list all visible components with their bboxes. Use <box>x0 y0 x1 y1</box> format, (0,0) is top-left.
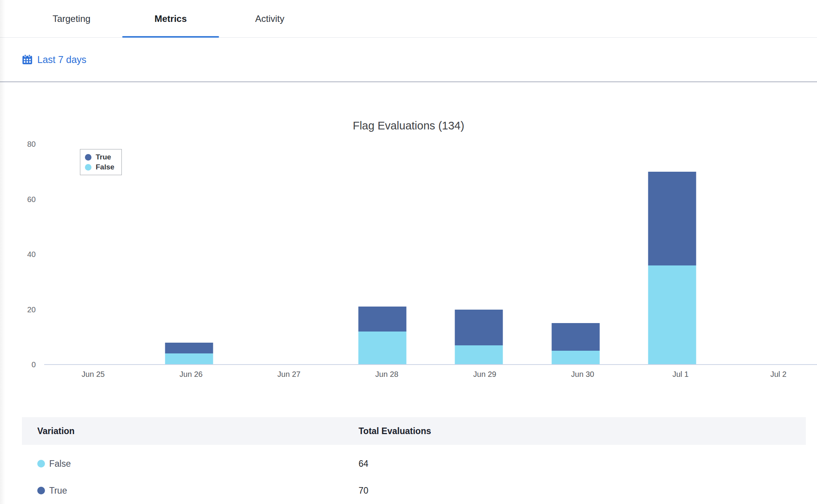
y-tick-label: 60 <box>27 195 36 204</box>
filter-bar: Last 7 days <box>0 38 817 82</box>
bar-segment-false[interactable] <box>358 332 406 365</box>
bar-column-jun-27 <box>237 144 334 365</box>
true-variation-swatch <box>37 487 45 494</box>
chart-title: Flag Evaluations (134) <box>0 119 817 133</box>
x-tick-label: Jul 2 <box>729 369 817 379</box>
legend-entry-true: True <box>85 152 115 162</box>
total-evaluations-value: 64 <box>359 459 806 469</box>
legend-true-label: True <box>96 152 111 162</box>
y-tick-label: 20 <box>27 305 36 314</box>
y-tick-label: 40 <box>27 250 36 259</box>
bar-column-jun-29 <box>431 144 527 365</box>
date-range-button[interactable]: Last 7 days <box>22 54 86 65</box>
tab-metrics[interactable]: Metrics <box>122 0 219 37</box>
bar-segment-true[interactable] <box>551 323 599 351</box>
stacked-bar[interactable] <box>648 172 696 365</box>
legend-entry-false: False <box>85 162 115 172</box>
x-tick-label: Jul 1 <box>632 369 730 379</box>
stacked-bar[interactable] <box>165 343 213 365</box>
plot-area: True False <box>44 144 817 365</box>
tab-activity[interactable]: Activity <box>221 0 318 37</box>
x-tick-label: Jun 28 <box>338 369 436 379</box>
false-series-swatch <box>85 164 91 171</box>
flag-detail-page: Targeting Metrics Activity <box>0 0 817 504</box>
bar-segment-false[interactable] <box>165 353 213 365</box>
bar-segment-false[interactable] <box>551 351 599 365</box>
date-range-label: Last 7 days <box>37 54 86 65</box>
total-evaluations-value: 70 <box>359 486 806 496</box>
bar-column-jun-28 <box>334 144 430 365</box>
bar-column-jun-30 <box>527 144 624 365</box>
table-row: False 64 <box>22 450 806 477</box>
bar-column-jun-25 <box>44 144 141 365</box>
y-axis: 020406080 <box>0 144 44 365</box>
tab-bar: Targeting Metrics Activity <box>0 0 817 38</box>
column-header-variation: Variation <box>22 426 359 436</box>
x-tick-label: Jun 25 <box>44 369 142 379</box>
calendar-icon <box>22 54 33 65</box>
tab-metrics-label: Metrics <box>154 13 187 24</box>
column-header-total-evaluations: Total Evaluations <box>359 426 806 436</box>
bar-column-jul-1 <box>624 144 720 365</box>
x-tick-label: Jun 30 <box>534 369 632 379</box>
x-axis-line <box>44 364 817 365</box>
table-row: True 70 <box>22 477 806 504</box>
bar-column-jul-2 <box>721 144 817 365</box>
variation-label: False <box>49 459 71 469</box>
tab-targeting-label: Targeting <box>53 13 91 24</box>
bar-segment-false[interactable] <box>455 345 503 365</box>
bar-segment-false[interactable] <box>648 265 696 365</box>
metrics-chart-section: Flag Evaluations (134) 020406080 True Fa… <box>0 82 817 379</box>
bars-area <box>44 144 817 365</box>
x-axis-labels: Jun 25Jun 26Jun 27Jun 28Jun 29Jun 30Jul … <box>44 369 817 379</box>
stacked-bar[interactable] <box>455 310 503 365</box>
tab-activity-label: Activity <box>255 13 284 24</box>
table-header-row: Variation Total Evaluations <box>22 417 806 445</box>
stacked-bar[interactable] <box>551 323 599 365</box>
variation-label: True <box>49 486 67 496</box>
chart-legend: True False <box>80 149 122 175</box>
true-series-swatch <box>85 154 91 161</box>
false-variation-swatch <box>37 460 45 468</box>
bar-segment-true[interactable] <box>648 172 696 265</box>
legend-false-label: False <box>96 162 115 172</box>
bar-segment-true[interactable] <box>358 307 406 332</box>
tab-targeting[interactable]: Targeting <box>23 0 120 37</box>
y-tick-label: 80 <box>27 139 36 149</box>
variations-table: Variation Total Evaluations False 64 Tru… <box>22 417 806 504</box>
bar-segment-true[interactable] <box>165 343 213 354</box>
bar-column-jun-26 <box>141 144 237 365</box>
y-tick-label: 0 <box>32 360 36 369</box>
x-tick-label: Jun 29 <box>436 369 534 379</box>
x-tick-label: Jun 26 <box>142 369 240 379</box>
x-tick-label: Jun 27 <box>240 369 338 379</box>
stacked-bar[interactable] <box>358 307 406 365</box>
bar-segment-true[interactable] <box>455 310 503 345</box>
flag-evaluations-chart: 020406080 True False <box>0 144 817 365</box>
